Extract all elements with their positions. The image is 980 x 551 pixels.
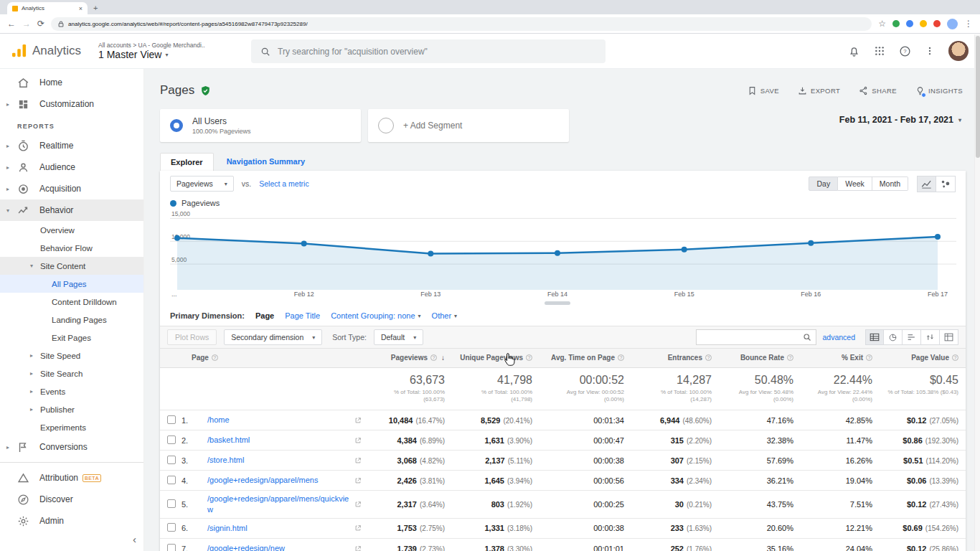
table-search-input[interactable]: [701, 333, 798, 342]
select-metric-link[interactable]: Select a metric: [259, 179, 308, 188]
line-chart-toggle-icon[interactable]: [917, 176, 936, 192]
refresh-icon[interactable]: ⟳: [37, 19, 44, 28]
external-link-icon[interactable]: [354, 545, 362, 551]
external-link-icon[interactable]: [354, 501, 362, 508]
column-header-bounce-rate[interactable]: Bounce Rate?: [719, 349, 801, 367]
browser-tab[interactable]: Analytics ×: [7, 2, 88, 14]
page-link[interactable]: /store.html: [207, 455, 350, 466]
metric-dropdown[interactable]: Pageviews ▾: [170, 176, 234, 192]
insights-button[interactable]: INSIGHTS: [915, 86, 963, 95]
tab-close-icon[interactable]: ×: [79, 5, 83, 12]
column-header-unique-pageviews[interactable]: Unique Pageviews?: [452, 349, 540, 367]
page-link[interactable]: /google+redesign/new: [207, 543, 350, 551]
plot-rows-button[interactable]: Plot Rows: [167, 329, 217, 345]
chevron-right-icon[interactable]: ▸: [6, 444, 9, 451]
row-checkbox[interactable]: [167, 415, 176, 424]
tab-explorer[interactable]: Explorer: [160, 153, 214, 171]
chevron-right-icon[interactable]: ▸: [6, 143, 9, 149]
bookmark-star-icon[interactable]: ☆: [878, 19, 886, 28]
lock-icon[interactable]: [58, 21, 64, 27]
date-range-picker[interactable]: Feb 11, 2021 - Feb 17, 2021 ▾: [839, 115, 961, 125]
chevron-right-icon[interactable]: ▸: [6, 164, 9, 171]
sidebar-item-behavior-flow[interactable]: Behavior Flow: [0, 239, 143, 257]
apps-grid-icon[interactable]: [874, 45, 885, 57]
secondary-dimension-dropdown[interactable]: Secondary dimension ▾: [224, 329, 322, 345]
column-header-page-value[interactable]: Page Value?: [880, 349, 966, 367]
data-view-icon[interactable]: [865, 329, 884, 345]
account-switcher[interactable]: All accounts > UA - Google Merchandi.. 1…: [98, 42, 205, 60]
percentage-view-icon[interactable]: [884, 329, 903, 345]
notifications-bell-icon[interactable]: [848, 45, 860, 57]
column-header-page[interactable]: Page?: [160, 349, 369, 367]
extension-icon[interactable]: [933, 20, 941, 27]
advanced-link[interactable]: advanced: [822, 333, 855, 342]
page-scrollbar[interactable]: [974, 34, 980, 551]
extension-icon[interactable]: [906, 20, 913, 27]
row-checkbox[interactable]: [167, 435, 176, 444]
search-input[interactable]: [278, 47, 596, 57]
sidebar-item-admin[interactable]: Admin: [0, 510, 143, 532]
url-bar[interactable]: analytics.google.com/analytics/web/#/rep…: [51, 17, 872, 31]
sidebar-item-attribution[interactable]: AttributionBETA: [0, 467, 143, 489]
page-link[interactable]: /basket.html: [207, 435, 350, 446]
sidebar-item-publisher[interactable]: ▸Publisher: [0, 400, 143, 418]
row-checkbox[interactable]: [167, 523, 176, 532]
sidebar-item-customization[interactable]: ▸Customization: [0, 93, 143, 115]
page-link[interactable]: /google+redesign/apparel/mens/quickview: [207, 494, 350, 515]
add-segment-button[interactable]: + Add Segment: [368, 109, 569, 142]
pageviews-trend-chart[interactable]: 5,00010,00015,000 ...Feb 12Feb 13Feb 14F…: [170, 209, 956, 306]
sidebar-item-site-search[interactable]: ▸Site Search: [0, 364, 143, 382]
export-button[interactable]: EXPORT: [798, 86, 840, 95]
sidebar-item-site-content[interactable]: ▾Site Content: [0, 257, 143, 275]
column-header-avg-time[interactable]: Avg. Time on Page?: [540, 349, 631, 367]
sidebar-item-conversions[interactable]: ▸Conversions: [0, 436, 143, 458]
row-checkbox[interactable]: [167, 544, 176, 551]
external-link-icon[interactable]: [354, 437, 362, 444]
page-link[interactable]: /signin.html: [207, 523, 350, 534]
sidebar-item-exit-pages[interactable]: Exit Pages: [0, 329, 143, 347]
user-avatar[interactable]: [948, 41, 969, 61]
sidebar-item-acquisition[interactable]: ▸Acquisition: [0, 178, 143, 199]
comparison-view-icon[interactable]: [921, 329, 940, 345]
chevron-right-icon[interactable]: ▸: [30, 370, 33, 377]
dimension-page-title[interactable]: Page Title: [285, 311, 320, 320]
sidebar-item-events[interactable]: ▸Events: [0, 382, 143, 400]
extension-icon[interactable]: [920, 20, 927, 27]
search-icon[interactable]: [803, 333, 811, 342]
column-header-pct-exit[interactable]: % Exit?: [801, 349, 880, 367]
share-button[interactable]: SHARE: [859, 86, 897, 95]
external-link-icon[interactable]: [354, 457, 362, 464]
chevron-right-icon[interactable]: ▸: [6, 101, 9, 108]
global-search[interactable]: [251, 39, 606, 63]
chevron-right-icon[interactable]: ▸: [30, 352, 33, 359]
sidebar-item-realtime[interactable]: ▸Realtime: [0, 135, 143, 156]
overflow-menu-icon[interactable]: [925, 45, 935, 57]
performance-view-icon[interactable]: [903, 329, 921, 345]
sidebar-item-landing-pages[interactable]: Landing Pages: [0, 311, 143, 329]
external-link-icon[interactable]: [354, 477, 362, 484]
browser-profile-avatar[interactable]: [947, 19, 958, 29]
sidebar-item-overview[interactable]: Overview: [0, 221, 143, 239]
chevron-right-icon[interactable]: ▸: [30, 388, 33, 395]
tab-navigation-summary[interactable]: Navigation Summary: [227, 157, 305, 166]
column-header-entrances[interactable]: Entrances?: [631, 349, 719, 367]
sidebar-item-experiments[interactable]: Experiments: [0, 418, 143, 436]
browser-menu-icon[interactable]: ⋮: [964, 19, 973, 28]
sidebar-item-content-drilldown[interactable]: Content Drilldown: [0, 293, 143, 311]
sidebar-item-discover[interactable]: Discover: [0, 489, 143, 510]
segment-all-users[interactable]: All Users 100.00% Pageviews: [160, 109, 361, 142]
motion-chart-toggle-icon[interactable]: [936, 176, 956, 192]
sidebar-item-site-speed[interactable]: ▸Site Speed: [0, 347, 143, 364]
dimension-content-grouping[interactable]: Content Grouping: none ▾: [331, 311, 420, 320]
external-link-icon[interactable]: [354, 524, 362, 532]
page-link[interactable]: /google+redesign/apparel/mens: [207, 475, 350, 486]
table-search[interactable]: [696, 329, 816, 345]
dimension-other[interactable]: Other ▾: [432, 311, 458, 320]
sidebar-item-all-pages[interactable]: All Pages: [0, 275, 143, 293]
granularity-day[interactable]: Day: [809, 176, 838, 191]
chevron-down-icon[interactable]: ▾: [30, 263, 33, 269]
column-header-pageviews[interactable]: Pageviews?↓: [369, 349, 452, 367]
back-icon[interactable]: ←: [7, 19, 16, 28]
sidebar-item-home[interactable]: Home: [0, 72, 143, 93]
timeline-scrub-handle[interactable]: [545, 301, 570, 305]
